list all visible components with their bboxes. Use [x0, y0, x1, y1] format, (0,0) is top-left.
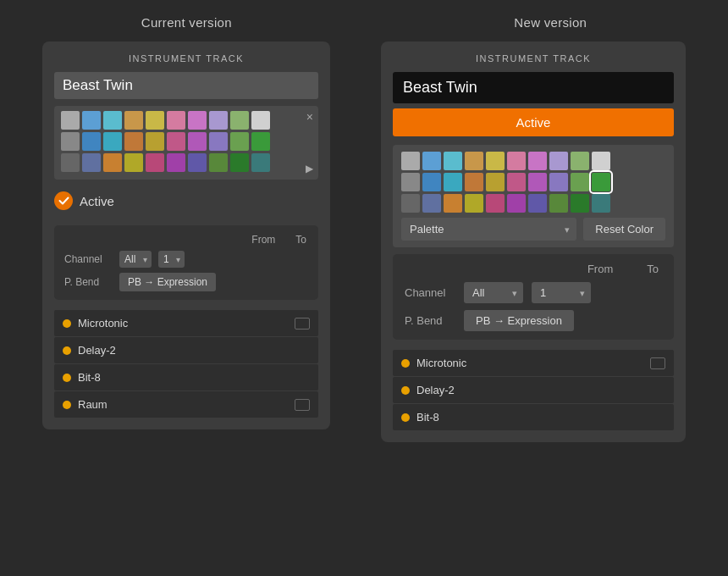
palette-select-wrapper: Palette — [401, 218, 576, 241]
color-swatch[interactable] — [571, 194, 589, 213]
color-swatch[interactable] — [465, 194, 483, 213]
color-swatch[interactable] — [444, 173, 462, 191]
to-label-right: To — [647, 263, 659, 275]
color-swatch[interactable] — [507, 152, 526, 170]
color-swatch[interactable] — [209, 153, 228, 172]
color-swatch[interactable] — [528, 173, 547, 191]
color-swatch[interactable] — [528, 152, 547, 170]
color-swatch[interactable] — [103, 111, 122, 130]
list-item: Microtonic — [393, 350, 674, 376]
color-swatch[interactable] — [549, 173, 568, 191]
color-swatch[interactable] — [444, 194, 462, 213]
active-button[interactable]: Active — [393, 108, 674, 136]
color-swatch[interactable] — [422, 152, 441, 170]
color-swatch[interactable] — [422, 173, 441, 191]
pbend-row: P. Bend PB → Expression — [64, 273, 308, 291]
color-swatch[interactable] — [486, 173, 505, 191]
left-plugin-list: Microtonic Delay-2 Bit-8 Raum — [54, 310, 318, 418]
color-swatch[interactable] — [571, 152, 589, 170]
plugin-status-dot — [63, 401, 71, 409]
right-track-name-input[interactable] — [393, 72, 674, 103]
plugin-name: Delay-2 — [78, 344, 310, 357]
color-swatch[interactable] — [465, 173, 483, 191]
channel-label-right: Channel — [405, 286, 464, 299]
right-plugin-list: Microtonic Delay-2 Bit-8 — [393, 350, 674, 430]
color-swatch[interactable] — [486, 152, 505, 170]
from-to-header: From To — [64, 234, 308, 246]
color-swatch[interactable] — [507, 173, 526, 191]
color-swatch[interactable] — [571, 173, 589, 191]
color-swatch[interactable] — [251, 132, 270, 151]
color-swatch[interactable] — [61, 153, 80, 172]
color-swatch[interactable] — [61, 111, 80, 130]
color-swatch[interactable] — [230, 132, 249, 151]
plugin-name: Delay-2 — [416, 384, 665, 396]
palette-dropdown[interactable]: Palette — [401, 218, 576, 241]
color-swatch[interactable] — [592, 194, 610, 213]
color-swatch[interactable] — [209, 132, 228, 151]
color-swatch[interactable] — [82, 153, 101, 172]
pbend-button[interactable]: PB → Expression — [119, 273, 216, 291]
color-swatch[interactable] — [592, 152, 610, 170]
color-swatch[interactable] — [103, 153, 122, 172]
left-color-palette: × — [54, 106, 318, 180]
new-version-label: New version — [514, 15, 587, 30]
right-channel-to-select[interactable]: 123 — [532, 282, 591, 303]
right-channel-row: Channel All12 123 — [405, 282, 662, 303]
color-swatch[interactable] — [528, 194, 547, 213]
color-swatch[interactable] — [422, 194, 441, 213]
color-swatch[interactable] — [146, 132, 164, 151]
plugin-status-dot — [401, 359, 410, 368]
color-swatch[interactable] — [146, 153, 164, 172]
plugin-window-icon[interactable] — [295, 318, 310, 330]
right-panel-title: INSTRUMENT TRACK — [393, 53, 674, 64]
right-channel-from-select[interactable]: All12 — [464, 282, 523, 303]
color-swatch[interactable] — [167, 153, 185, 172]
color-swatch[interactable] — [61, 132, 80, 151]
color-swatch[interactable] — [188, 132, 207, 151]
color-swatch[interactable] — [167, 132, 185, 151]
list-item: Delay-2 — [54, 337, 318, 363]
color-swatch[interactable] — [486, 194, 505, 213]
color-swatch[interactable] — [401, 152, 420, 170]
color-swatch[interactable] — [549, 152, 568, 170]
to-label: To — [295, 234, 306, 246]
color-swatch[interactable] — [167, 111, 185, 130]
color-swatch[interactable] — [209, 111, 228, 130]
color-swatch[interactable] — [82, 111, 101, 130]
plugin-window-icon[interactable] — [295, 399, 310, 411]
active-checkbox[interactable] — [54, 191, 73, 210]
color-swatch[interactable] — [188, 111, 207, 130]
plugin-window-icon[interactable] — [650, 357, 665, 369]
color-swatch[interactable] — [401, 173, 420, 191]
color-swatch[interactable] — [188, 153, 207, 172]
channel-to-select[interactable]: 123 — [158, 251, 185, 268]
palette-more-arrow-icon[interactable]: ▶ — [306, 163, 313, 174]
color-swatch[interactable] — [549, 194, 568, 213]
left-track-name-input[interactable] — [54, 72, 318, 99]
color-swatch[interactable] — [507, 194, 526, 213]
plugin-name: Bit-8 — [416, 411, 665, 424]
color-swatch[interactable] — [124, 132, 143, 151]
color-swatch[interactable] — [251, 111, 270, 130]
reset-color-button[interactable]: Reset Color — [583, 218, 665, 241]
right-channel-bend-section: From To Channel All12 123 P. Bend PB — [393, 254, 674, 340]
color-swatch[interactable] — [465, 152, 483, 170]
left-channel-bend-section: From To Channel All12 123 P. Bend PB — [54, 225, 318, 300]
active-label: Active — [80, 194, 114, 208]
color-swatch[interactable] — [124, 153, 143, 172]
color-swatch[interactable] — [82, 132, 101, 151]
color-swatch[interactable] — [103, 132, 122, 151]
color-swatch[interactable] — [251, 153, 270, 172]
color-swatch[interactable] — [230, 111, 249, 130]
right-pbend-button[interactable]: PB → Expression — [464, 310, 574, 331]
channel-from-select[interactable]: All12 — [119, 251, 152, 268]
color-swatch[interactable] — [444, 152, 462, 170]
color-swatch-selected[interactable] — [592, 173, 610, 191]
color-swatch[interactable] — [146, 111, 164, 130]
color-swatch[interactable] — [124, 111, 143, 130]
palette-close-icon[interactable]: × — [306, 111, 313, 123]
color-swatch[interactable] — [401, 194, 420, 213]
color-swatch[interactable] — [230, 153, 249, 172]
plugin-name: Raum — [78, 398, 288, 411]
